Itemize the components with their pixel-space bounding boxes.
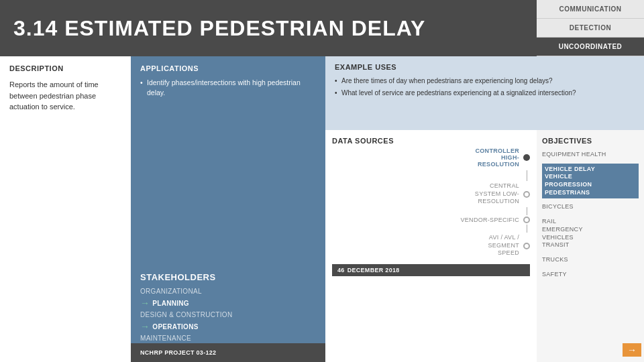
footer-bar: 46 DECEMBER 2018 [332, 264, 530, 276]
obj-vehicle: VEHICLE DELAYVEHICLEPROGRESSIONPEDESTRIA… [542, 164, 639, 199]
project-label: NCHRP PROJECT 03-122 [140, 349, 216, 356]
description-column: DESCRIPTION Reports the amount of time b… [0, 56, 131, 362]
applications-column: APPLICATIONS Identify phases/intersectio… [131, 56, 325, 362]
ds-central-row: CENTRALSYSTEM LOW-RESOLUTION [332, 182, 530, 206]
ds-connector-2 [527, 207, 527, 215]
stakeholders-header: STAKEHOLDERS [140, 272, 316, 282]
stakeholder-operations: → OPERATIONS [140, 320, 316, 333]
applications-header: APPLICATIONS [140, 64, 316, 72]
operations-arrow-icon: → [140, 321, 150, 332]
main-content: DESCRIPTION Reports the amount of time b… [0, 56, 644, 362]
description-header: DESCRIPTION [9, 64, 121, 72]
stakeholder-maintenance: MAINTENANCE [140, 333, 316, 343]
planning-arrow-icon: → [140, 298, 150, 308]
objectives-section: OBJECTIVES EQUIPMENT HEALTH VEHICLE DELA… [537, 130, 644, 362]
data-sources-header: DATA SOURCES [332, 137, 530, 145]
ds-controller-label: CONTROLLER [332, 147, 519, 154]
applications-list: Identify phases/intersections with high … [140, 78, 316, 97]
ds-avi-row: AVI / AVL /SEGMENTSPEED [332, 234, 530, 257]
apps-footer: NCHRP PROJECT 03-122 [131, 343, 325, 362]
ds-outline-dot-1 [523, 191, 530, 198]
ds-outline-dot-3 [523, 243, 530, 249]
title-area: 3.14 ESTIMATED PEDESTRIAN DELAY [0, 0, 537, 56]
nav-communication[interactable]: COMMUNICATION [537, 0, 644, 19]
ds-filled-dot-1 [523, 154, 530, 161]
description-text: Reports the amount of time between pedes… [9, 79, 121, 113]
example-item-2: What level of service are pedestrians ex… [335, 88, 635, 98]
ds-connector-3 [527, 225, 527, 233]
application-item: Identify phases/intersections with high … [140, 78, 316, 97]
nav-uncoordinated[interactable]: UNCOORDINATED [537, 38, 644, 56]
obj-equipment: EQUIPMENT HEALTH [542, 149, 639, 161]
obj-rail: RAILEMERGENCYVEHICLESTRANSIT [542, 216, 639, 251]
stakeholder-organizational: ORGANIZATIONAL [140, 286, 316, 296]
ds-connector-1 [527, 170, 527, 181]
ds-vendor-label: VENDOR-SPECIFIC [332, 217, 519, 223]
next-arrow-button[interactable]: → [623, 343, 641, 357]
stakeholder-planning: → PLANNING [140, 296, 316, 310]
next-arrow-icon: → [627, 345, 637, 355]
ds-controller-row: CONTROLLER HIGH-RESOLUTION [332, 147, 530, 168]
objectives-header: OBJECTIVES [542, 137, 639, 145]
obj-safety: SAFETY [542, 269, 639, 281]
stakeholders-section: STAKEHOLDERS ORGANIZATIONAL → PLANNING D… [131, 105, 325, 343]
ds-central-label: CENTRALSYSTEM LOW-RESOLUTION [332, 182, 519, 206]
example-column: EXAMPLE USES Are there times of day when… [325, 56, 644, 362]
example-item-1: Are there times of day when pedestrians … [335, 76, 635, 86]
ds-highres-label: HIGH-RESOLUTION [332, 154, 519, 168]
nav-detection[interactable]: DETECTION [537, 19, 644, 38]
stakeholder-design: DESIGN & CONSTRUCTION [140, 310, 316, 320]
example-uses-list: Are there times of day when pedestrians … [335, 76, 635, 98]
page-title: 3.14 ESTIMATED PEDESTRIAN DELAY [13, 16, 425, 41]
obj-bicycles: BICYCLES [542, 201, 639, 213]
ds-avi-label: AVI / AVL /SEGMENTSPEED [332, 234, 519, 257]
obj-trucks: TRUCKS [542, 254, 639, 266]
data-objectives-area: DATA SOURCES CONTROLLER HIGH-RESOLUTION [325, 130, 644, 362]
footer-page-number: 46 [337, 267, 345, 274]
footer-date: DECEMBER 2018 [347, 267, 400, 274]
example-uses-header: EXAMPLE USES [335, 63, 635, 71]
ds-outline-dot-2 [523, 217, 530, 223]
example-uses-section: EXAMPLE USES Are there times of day when… [325, 56, 644, 130]
ds-vendor-row: VENDOR-SPECIFIC [332, 217, 530, 223]
data-sources-section: DATA SOURCES CONTROLLER HIGH-RESOLUTION [325, 130, 537, 362]
